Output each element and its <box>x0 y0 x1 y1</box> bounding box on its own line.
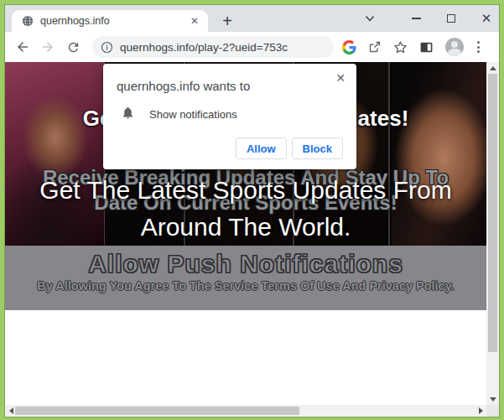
address-bar[interactable]: quernhogs.info/play-2?ueid=753c <box>92 36 334 58</box>
forward-button[interactable] <box>36 35 60 59</box>
band-title: Allow Push Notifications <box>5 246 486 278</box>
vertical-scrollbar-thumb[interactable] <box>488 74 497 352</box>
scroll-right-arrow-icon[interactable] <box>475 405 486 417</box>
dialog-close-icon[interactable]: ✕ <box>333 70 348 86</box>
desktop-frame: quernhogs.info ✕ + ✕ <box>0 0 504 420</box>
site-info-icon[interactable] <box>101 41 113 54</box>
avatar-body-icon <box>448 49 461 56</box>
horizontal-scrollbar-thumb[interactable] <box>15 407 299 415</box>
tab-strip: quernhogs.info ✕ + ✕ <box>5 5 499 32</box>
tab-close-icon[interactable]: ✕ <box>188 14 201 28</box>
hero-white-line2: Around The World. <box>5 209 486 246</box>
bell-icon <box>121 106 135 123</box>
tab-title: quernhogs.info <box>40 15 188 27</box>
scroll-down-arrow-icon[interactable] <box>486 393 499 405</box>
maximize-button[interactable] <box>441 5 461 32</box>
allow-button[interactable]: Allow <box>236 137 287 159</box>
bookmark-star-icon[interactable] <box>393 40 408 54</box>
globe-favicon-icon <box>22 15 34 27</box>
browser-window: quernhogs.info ✕ + ✕ <box>5 5 499 417</box>
page-viewport: Get The Latest Sports Updates! Receive B… <box>5 62 499 417</box>
scrollbar-corner <box>486 405 499 417</box>
tab-search-chevron-icon[interactable] <box>360 5 380 32</box>
new-tab-button[interactable]: + <box>216 11 238 31</box>
google-g-icon[interactable] <box>342 40 356 54</box>
hero-white-line1: Get The Latest Sports Updates From <box>5 172 486 209</box>
avatar-head-icon <box>451 41 458 48</box>
dialog-title: quernhogs.info wants to <box>117 79 343 93</box>
profile-avatar[interactable] <box>445 38 464 56</box>
maximize-icon <box>447 14 455 23</box>
vertical-scrollbar[interactable] <box>486 62 499 405</box>
band-subtitle: By Allowing You Agree To The Service Ter… <box>5 279 486 293</box>
chrome-menu-icon[interactable] <box>475 39 481 54</box>
permission-row: Show notifications <box>117 106 343 123</box>
side-panel-icon[interactable] <box>419 40 434 54</box>
browser-toolbar: quernhogs.info/play-2?ueid=753c <box>5 32 499 62</box>
scroll-up-arrow-icon[interactable] <box>486 62 499 74</box>
share-icon[interactable] <box>368 40 382 54</box>
minimize-button[interactable] <box>406 5 426 32</box>
window-close-button[interactable]: ✕ <box>476 5 496 32</box>
tab-quernhogs[interactable]: quernhogs.info ✕ <box>12 10 208 32</box>
toolbar-actions <box>342 38 481 56</box>
minimize-icon <box>412 18 421 19</box>
hero-main-heading: Get The Latest Sports Updates From Aroun… <box>5 172 486 246</box>
reload-button[interactable] <box>61 35 85 59</box>
notification-permission-dialog: ✕ quernhogs.info wants to Show notificat… <box>103 64 356 169</box>
push-notification-band: Allow Push Notifications By Allowing You… <box>5 246 486 310</box>
block-button[interactable]: Block <box>292 137 343 159</box>
permission-label: Show notifications <box>149 108 237 121</box>
horizontal-scrollbar[interactable] <box>5 405 486 417</box>
back-button[interactable] <box>11 35 34 59</box>
dialog-buttons: Allow Block <box>117 137 343 159</box>
url-text: quernhogs.info/play-2?ueid=753c <box>120 41 288 54</box>
